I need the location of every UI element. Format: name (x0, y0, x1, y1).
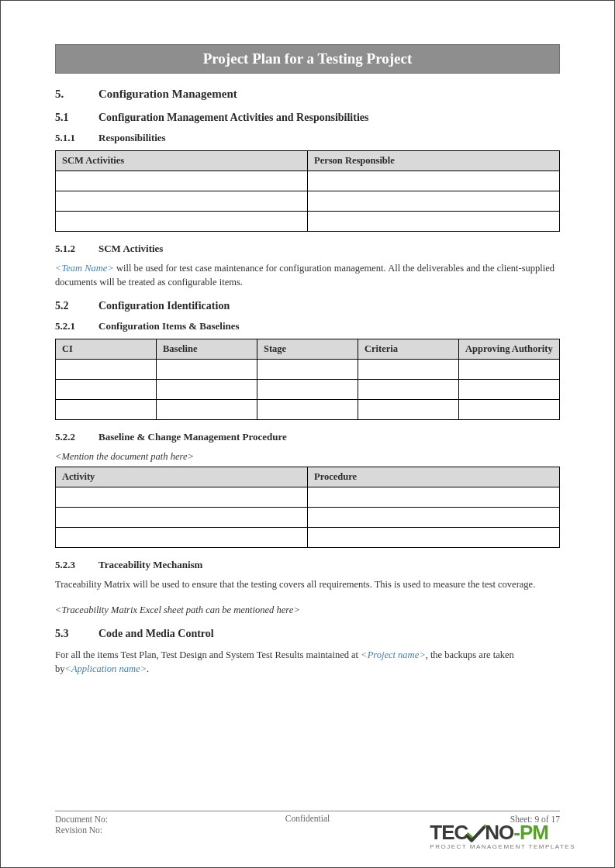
col-approving-authority: Approving Authority (459, 339, 560, 360)
body-text: . (147, 663, 149, 674)
placeholder-team-name: <Team Name> (55, 263, 114, 274)
table-row (56, 171, 560, 191)
heading-text: Configuration Management Activities and … (98, 112, 368, 123)
heading-5-2-2: 5.2.2Baseline & Change Management Proced… (55, 431, 560, 443)
heading-5-2: 5.2Configuration Identification (55, 300, 560, 312)
footer-rev-no: Revision No: (55, 825, 102, 835)
heading-num: 5.2 (55, 300, 98, 312)
table-row (56, 487, 560, 508)
heading-num: 5.2.3 (55, 559, 98, 571)
heading-text: Baseline & Change Management Procedure (98, 431, 287, 443)
col-activity: Activity (56, 467, 308, 487)
code-media-paragraph: For all the items Test Plan, Test Design… (55, 648, 560, 676)
logo-text-part2: NO (485, 821, 513, 845)
logo: TEC NO -PM PROJECT MANAGEMENT TEMPLATES (430, 821, 575, 850)
heading-num: 5.3 (55, 628, 98, 640)
heading-5-2-3: 5.2.3Traceability Mechanism (55, 559, 560, 571)
body-text: For all the items Test Plan, Test Design… (55, 649, 361, 660)
col-baseline: Baseline (157, 339, 257, 360)
heading-5: 5.Configuration Management (55, 88, 560, 101)
ci-baselines-table: CI Baseline Stage Criteria Approving Aut… (55, 339, 560, 420)
heading-num: 5.1 (55, 112, 98, 124)
page-title-bar: Project Plan for a Testing Project (55, 44, 560, 74)
heading-text: Configuration Management (98, 88, 237, 100)
scm-activities-paragraph: <Team Name> will be used for test case m… (55, 261, 560, 289)
col-person-responsible: Person Responsible (308, 151, 560, 171)
table-row (56, 528, 560, 548)
heading-text: Traceability Mechanism (98, 559, 202, 570)
table-row (56, 212, 560, 232)
heading-text: Responsibilities (98, 132, 166, 143)
placeholder-application-name: <Application name> (65, 663, 147, 674)
table-row (56, 360, 560, 380)
table-header-row: SCM Activities Person Responsible (56, 151, 560, 171)
heading-num: 5.2.2 (55, 431, 98, 443)
table-row (56, 508, 560, 528)
placeholder-traceability-path: <Traceability Matrix Excel sheet path ca… (55, 603, 560, 617)
col-ci: CI (56, 339, 157, 360)
col-stage: Stage (257, 339, 358, 360)
heading-num: 5.1.2 (55, 243, 98, 255)
heading-5-3: 5.3Code and Media Control (55, 628, 560, 640)
table-header-row: CI Baseline Stage Criteria Approving Aut… (56, 339, 560, 360)
col-criteria: Criteria (358, 339, 459, 360)
logo-text-part1: TEC (430, 821, 468, 845)
placeholder-document-path: <Mention the document path here> (55, 450, 560, 463)
logo-subtitle: PROJECT MANAGEMENT TEMPLATES (430, 843, 575, 850)
placeholder-project-name: <Project name> (361, 649, 425, 660)
heading-text: Configuration Items & Baselines (98, 320, 240, 332)
heading-5-2-1: 5.2.1Configuration Items & Baselines (55, 320, 560, 332)
heading-num: 5. (55, 88, 98, 101)
col-procedure: Procedure (308, 467, 560, 487)
heading-text: SCM Activities (98, 243, 163, 254)
logo-text-part3: -PM (513, 821, 548, 845)
traceability-paragraph: Traceability Matrix will be used to ensu… (55, 577, 560, 591)
heading-5-1: 5.1Configuration Management Activities a… (55, 112, 560, 124)
heading-text: Code and Media Control (98, 628, 214, 639)
table-header-row: Activity Procedure (56, 467, 560, 487)
heading-5-1-1: 5.1.1Responsibilities (55, 132, 560, 144)
table-row (56, 400, 560, 420)
table-row (56, 191, 560, 212)
col-scm-activities: SCM Activities (56, 151, 308, 171)
responsibilities-table: SCM Activities Person Responsible (55, 150, 560, 232)
body-text: will be used for test case maintenance f… (55, 263, 555, 288)
heading-num: 5.2.1 (55, 320, 98, 332)
heading-num: 5.1.1 (55, 132, 98, 144)
baseline-change-table: Activity Procedure (55, 467, 560, 548)
heading-5-1-2: 5.1.2SCM Activities (55, 243, 560, 255)
heading-text: Configuration Identification (98, 300, 230, 312)
checkmark-icon (466, 823, 486, 843)
table-row (56, 380, 560, 400)
